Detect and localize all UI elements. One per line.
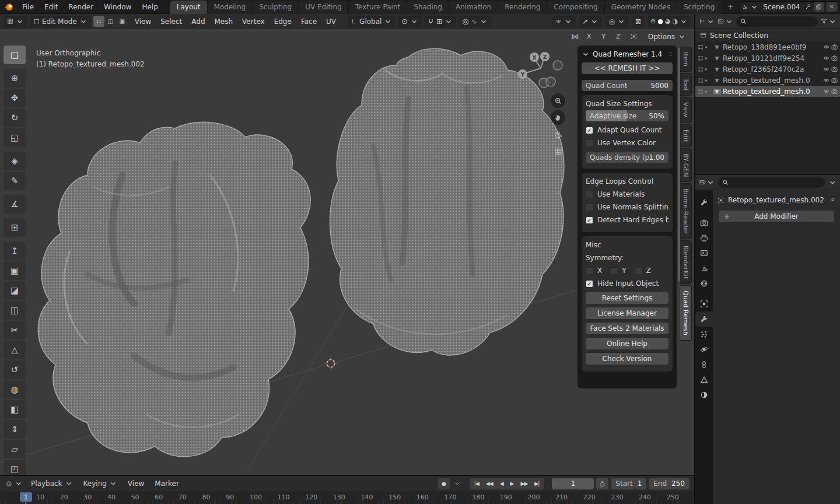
viewport-menu-face[interactable]: Face — [296, 16, 321, 27]
face-select-mode-button[interactable]: ▣ — [117, 16, 128, 27]
workspace-tab-animation[interactable]: Animation — [449, 1, 498, 14]
adapt-quad-count-checkbox[interactable]: ✓Adapt Quad Count — [586, 126, 668, 134]
playback-menu[interactable]: Playback — [27, 478, 76, 489]
proportional-editing-dropdown[interactable]: ◎∿ — [459, 16, 491, 27]
tool-move[interactable]: ✥ — [4, 89, 26, 107]
material-preview-shading-button[interactable]: ◕ — [665, 18, 671, 25]
outliner-row[interactable]: ▸ ▼ Retopo_f2365f2470c2a — [695, 64, 840, 75]
chevron-down-icon[interactable] — [680, 18, 688, 26]
workspace-tab-texture-paint[interactable]: Texture Paint — [349, 1, 407, 14]
menu-help[interactable]: Help — [136, 2, 163, 12]
snapping-dropdown[interactable]: ⊞ — [424, 16, 456, 27]
eye-icon[interactable] — [823, 44, 830, 50]
use-vertex-color-checkbox[interactable]: Use Vertex Color — [586, 139, 668, 147]
tool-measure[interactable]: ∡ — [4, 195, 26, 214]
editor-type-button[interactable] — [4, 16, 27, 27]
sidebar-tab-quad-remesh[interactable]: Quad Remesh — [680, 285, 692, 341]
tool-smooth[interactable]: ◍ — [4, 380, 26, 399]
npanel-button-face-sets-2-materials[interactable]: Face Sets 2 Materials — [586, 323, 668, 334]
symmetry-checkbox-z[interactable]: Z — [635, 267, 651, 275]
workspace-tab-sculpting[interactable]: Sculpting — [253, 1, 299, 14]
sidebar-tab-by-gen[interactable]: BY-GEN — [680, 148, 692, 182]
use-preview-range-button[interactable] — [596, 478, 608, 489]
solid-shading-button[interactable]: ● — [657, 18, 663, 25]
snap-base-icon[interactable] — [627, 32, 641, 42]
viewport-menu-view[interactable]: View — [130, 16, 156, 27]
properties-tab-data[interactable] — [695, 372, 713, 387]
transport-play[interactable]: ▶ — [507, 481, 517, 487]
outliner-search-input[interactable] — [736, 16, 818, 27]
camera-icon[interactable] — [831, 77, 838, 83]
outliner-row[interactable]: ▸ ▼ Retopo_10121dff9e254 — [695, 52, 840, 64]
adaptive-size-slider[interactable]: Adaptive size 50% — [586, 110, 668, 121]
menu-file[interactable]: File — [17, 2, 39, 12]
perspective-ortho-icon[interactable] — [551, 144, 565, 159]
camera-view-icon[interactable] — [551, 127, 565, 142]
npanel-button-license-manager[interactable]: License Manager — [586, 307, 668, 319]
new-scene-button[interactable] — [814, 2, 824, 12]
tool-poly-build[interactable]: △ — [4, 341, 26, 359]
camera-icon[interactable] — [831, 55, 838, 61]
sidebar-tab-tool[interactable]: Tool — [680, 73, 692, 96]
camera-icon[interactable] — [831, 88, 838, 94]
tool-loop-cut[interactable]: ◫ — [4, 301, 26, 320]
tool-rotate[interactable]: ↻ — [4, 108, 26, 127]
eye-icon[interactable] — [823, 55, 830, 61]
disclosure-icon[interactable]: ▸ — [705, 66, 711, 72]
overlays-dropdown[interactable]: ◎ — [605, 16, 628, 27]
detect-hard-edges-checkbox[interactable]: ✓Detect Hard Edges by a... — [586, 216, 668, 224]
quad-count-field[interactable]: Quad Count 5000 — [582, 80, 673, 91]
wireframe-shading-button[interactable]: ⊜ — [650, 18, 656, 25]
object-name[interactable]: Retopo_10121dff9e254 — [723, 54, 821, 62]
auto-keying-record-button[interactable]: ● — [438, 478, 450, 489]
pin-icon[interactable] — [829, 197, 835, 204]
sidebar-tab-blenderkit[interactable]: BlenderKit — [680, 240, 692, 284]
timeline-ruler[interactable]: 1 10203040506070809010011012013014015016… — [0, 491, 694, 504]
transport-next-keyframe[interactable]: ▶▶ — [517, 481, 531, 487]
workspace-tab-compositing[interactable]: Compositing — [547, 1, 604, 14]
object-name[interactable]: Retopo_textured_mesh.0 — [723, 88, 821, 96]
disclosure-icon[interactable]: ▸ — [705, 55, 711, 61]
properties-tab-particles[interactable] — [695, 327, 713, 342]
properties-editor-type-button[interactable] — [699, 178, 715, 187]
xray-toggle[interactable]: ⊠ — [632, 16, 645, 27]
camera-icon[interactable] — [831, 44, 838, 50]
workspace-tab-layout[interactable]: Layout — [170, 1, 208, 14]
outliner-row[interactable]: ▸ ▼ Retopo_textured_mesh.0 — [695, 75, 840, 86]
timeline-editor-type-button[interactable] — [5, 478, 24, 489]
disclosure-icon[interactable]: ▸ — [705, 78, 711, 83]
delete-scene-button[interactable] — [827, 2, 837, 12]
camera-icon[interactable] — [831, 66, 838, 72]
workspace-tab-uv-editing[interactable]: UV Editing — [299, 1, 349, 14]
transport-jump-to-end[interactable]: ▶| — [531, 481, 542, 487]
3d-viewport[interactable]: User Orthographic (1) Retopo_textured_me… — [0, 29, 694, 475]
frame-end-field[interactable]: End250 — [649, 478, 690, 489]
navigation-gizmo[interactable]: X Z Y — [513, 49, 569, 96]
eye-icon[interactable] — [823, 66, 830, 72]
tool-select-box[interactable]: ▢ — [4, 46, 26, 64]
frame-start-field[interactable]: Start1 — [611, 478, 646, 489]
tool-bevel[interactable]: ◪ — [4, 281, 26, 300]
remesh-it-button[interactable]: << REMESH IT >> — [582, 62, 673, 74]
current-frame-indicator[interactable]: 1 — [20, 492, 32, 502]
outliner-row[interactable]: ▸ ▼ Retopo_138d891ee0bf9 — [695, 41, 840, 52]
transport-play-reverse[interactable]: ◀ — [496, 481, 507, 487]
eye-icon[interactable] — [823, 77, 830, 83]
properties-tab-scene[interactable] — [695, 261, 713, 276]
properties-tab-render[interactable] — [695, 215, 713, 230]
use-normals-splitting-checkbox[interactable]: Use Normals Splitting — [586, 203, 668, 211]
collapse-panel-icon[interactable] — [582, 50, 590, 58]
blender-logo-icon[interactable] — [4, 2, 13, 12]
tool-knife[interactable]: ✂ — [4, 321, 26, 340]
npanel-button-online-help[interactable]: Online Help — [586, 338, 668, 349]
tool-shrink-fatten[interactable]: ⇕ — [4, 420, 26, 439]
tool-cursor[interactable]: ⊕ — [4, 69, 26, 88]
tool-add-cube[interactable]: ⊞ — [4, 218, 26, 237]
properties-tab-modifiers[interactable] — [695, 312, 713, 327]
show-object-types-dropdown[interactable] — [552, 16, 576, 27]
sidebar-tab-item[interactable]: Item — [680, 47, 692, 72]
object-name[interactable]: Retopo_textured_mesh.002 — [728, 196, 824, 204]
eye-icon[interactable] — [823, 88, 830, 94]
panel-grip-icon[interactable]: ⠿ — [668, 51, 673, 57]
transform-orientation-dropdown[interactable]: ∟ Global — [348, 16, 396, 27]
